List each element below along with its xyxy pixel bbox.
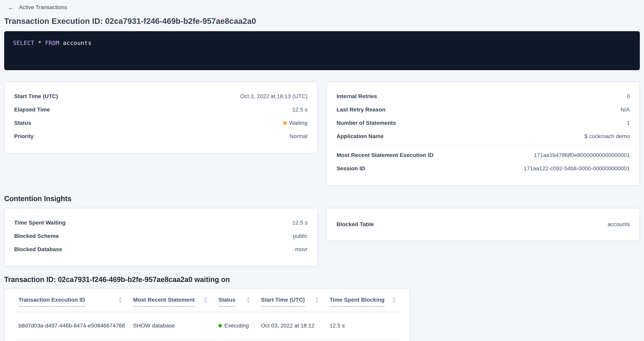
row-value: movr xyxy=(295,246,308,253)
number-of-statements-row: Number of Statements 1 xyxy=(336,116,630,130)
contention-right-card: Blocked Table accounts xyxy=(326,208,640,241)
column-header-label: Start Time (UTC) xyxy=(261,297,305,307)
sql-keyword: FROM xyxy=(45,39,60,46)
back-arrow-icon: ← xyxy=(8,4,14,11)
time-spent-waiting-row: Time Spent Waiting 12.5 s xyxy=(14,216,308,229)
row-label: Session ID xyxy=(336,165,365,172)
row-label: Elapsed Time xyxy=(14,106,50,113)
row-label: Number of Statements xyxy=(336,120,396,126)
sort-icon[interactable] xyxy=(204,297,207,303)
sort-header-transaction-execution-id[interactable]: Transaction Execution ID xyxy=(14,289,128,312)
column-header-label: Transaction Execution ID xyxy=(18,297,85,307)
sql-keyword: SELECT xyxy=(13,39,34,46)
last-retry-reason-row: Last Retry Reason N/A xyxy=(336,103,630,116)
page-title: Transaction Execution ID: 02ca7931-f246-… xyxy=(4,17,640,26)
contention-insights-heading: Contention Insights xyxy=(4,195,640,203)
row-value: 12.5 s xyxy=(292,220,308,226)
row-value: Normal xyxy=(290,133,308,139)
cell-most-recent-statement: SHOW database xyxy=(128,312,214,340)
overview-card: Start Time (UTC) Oct 3, 2022 at 18:13 (U… xyxy=(4,82,318,153)
waiting-on-heading: Transaction ID: 02ca7931-f246-469b-b2fe-… xyxy=(4,275,640,284)
details-card: Internal Retries 0 Last Retry Reason N/A… xyxy=(326,82,640,185)
sort-header-time-spent-blocking[interactable]: Time Spent Blocking xyxy=(325,289,402,312)
cell-status: Executing xyxy=(214,312,256,340)
waiting-on-table: Transaction Execution ID Most Recent Sta… xyxy=(14,289,402,340)
sort-icon[interactable] xyxy=(119,297,122,303)
sort-header-most-recent-statement[interactable]: Most Recent Statement xyxy=(128,289,214,312)
status-value: Waiting xyxy=(283,120,308,126)
status-dot-waiting xyxy=(283,121,287,125)
application-name-row: Application Name $ cockroach demo xyxy=(336,130,630,143)
row-value: public xyxy=(293,233,308,239)
sort-header-status[interactable]: Status xyxy=(214,289,256,312)
row-label: Most Recent Statement Execution ID xyxy=(336,152,434,158)
row-label: Status xyxy=(14,120,31,126)
row-label: Blocked Table xyxy=(336,221,374,228)
row-value: accounts xyxy=(608,221,630,228)
row-value: 12.5 s xyxy=(292,106,308,113)
row-value: 1 xyxy=(627,120,630,126)
cell-transaction-execution-id: b8d7d03a-d497-446b-8474-e50846674768 xyxy=(14,312,128,340)
row-value: Oct 3, 2022 at 18:13 (UTC) xyxy=(240,93,308,100)
row-label: Blocked Schema xyxy=(14,233,59,239)
priority-row: Priority Normal xyxy=(14,130,308,143)
row-value: 0 xyxy=(627,93,630,100)
status-row: Status Waiting xyxy=(14,116,308,130)
card-divider xyxy=(336,145,630,146)
sort-icon[interactable] xyxy=(246,297,250,303)
statement-execution-id-link[interactable]: 171aa1b478fdf0e80000000000000001 xyxy=(534,152,630,158)
column-header-label: Time Spent Blocking xyxy=(330,297,384,307)
table-header-row: Transaction Execution ID Most Recent Sta… xyxy=(14,289,402,312)
table-row: b8d7d03a-d497-446b-8474-e50846674768 SHO… xyxy=(14,312,402,340)
column-header-label: Status xyxy=(218,297,236,307)
cell-start-time: Oct 03, 2022 at 18:12 xyxy=(256,312,325,340)
sql-text: * xyxy=(34,39,45,46)
row-value: N/A xyxy=(620,106,630,113)
statement-execution-id-row: Most Recent Statement Execution ID 171aa… xyxy=(336,148,630,162)
summary-cards-row: Start Time (UTC) Oct 3, 2022 at 18:13 (U… xyxy=(4,82,640,185)
sql-text: accounts xyxy=(60,39,92,46)
back-link-label: Active Transactions xyxy=(19,4,67,10)
back-link[interactable]: ← Active Transactions xyxy=(8,4,67,11)
blocked-table-row: Blocked Table accounts xyxy=(336,218,630,231)
row-value: $ cockroach demo xyxy=(584,133,630,139)
sort-icon[interactable] xyxy=(392,297,396,303)
column-header-label: Most Recent Statement xyxy=(133,297,195,307)
blocked-database-row: Blocked Database movr xyxy=(14,243,308,256)
elapsed-time-row: Elapsed Time 12.5 s xyxy=(14,103,308,116)
sql-statement-box: SELECT * FROM accounts xyxy=(4,31,640,70)
internal-retries-row: Internal Retries 0 xyxy=(336,90,630,103)
session-id-link[interactable]: 171aa122-c092-54b8-0000-000000000001 xyxy=(524,165,630,172)
cell-time-spent-blocking: 12.5 s xyxy=(325,312,402,340)
sort-header-start-time[interactable]: Start Time (UTC) xyxy=(256,289,325,312)
waiting-on-table-card: Transaction Execution ID Most Recent Sta… xyxy=(4,289,410,341)
session-id-row: Session ID 171aa122-c092-54b8-0000-00000… xyxy=(336,162,630,175)
blocked-schema-row: Blocked Schema public xyxy=(14,229,308,243)
contention-cards-row: Time Spent Waiting 12.5 s Blocked Schema… xyxy=(4,208,640,266)
active-transaction-details-page: ← Active Transactions Transaction Execut… xyxy=(0,0,644,341)
sort-icon[interactable] xyxy=(315,297,318,303)
row-label: Application Name xyxy=(336,133,384,139)
status-text: Executing xyxy=(224,323,249,329)
row-label: Internal Retries xyxy=(336,93,377,100)
contention-left-card: Time Spent Waiting 12.5 s Blocked Schema… xyxy=(4,208,318,266)
status-dot-executing xyxy=(218,324,222,328)
row-label: Blocked Database xyxy=(14,246,62,253)
status-text: Waiting xyxy=(289,120,308,126)
row-label: Priority xyxy=(14,133,34,139)
row-label: Start Time (UTC) xyxy=(14,93,58,100)
start-time-row: Start Time (UTC) Oct 3, 2022 at 18:13 (U… xyxy=(14,90,308,103)
row-label: Time Spent Waiting xyxy=(14,220,66,226)
row-label: Last Retry Reason xyxy=(336,106,386,113)
